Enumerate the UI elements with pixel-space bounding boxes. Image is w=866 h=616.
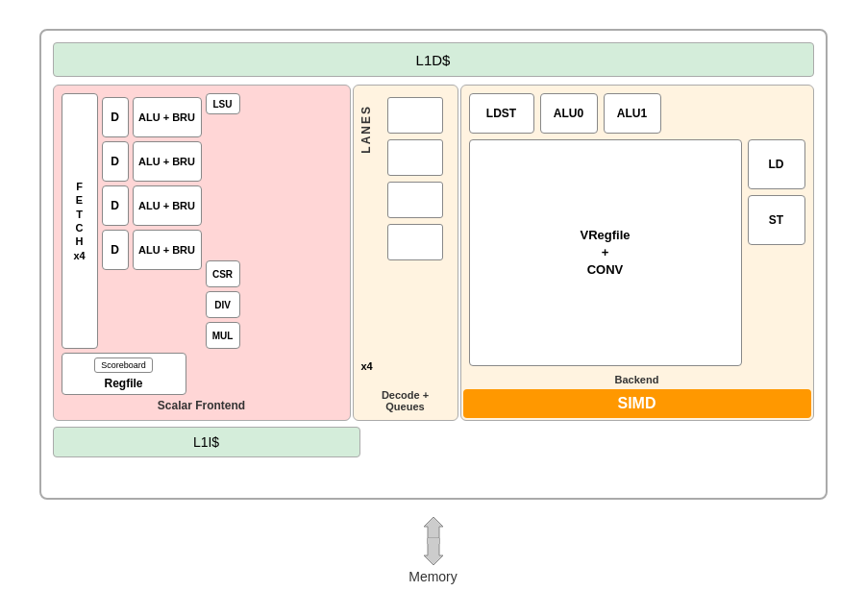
- d-box-2: D: [102, 141, 129, 182]
- ld-box: LD: [748, 139, 805, 189]
- bottom-scalar: Scoreboard Regfile: [62, 353, 342, 395]
- fetch-decode-area: F E T C H x4 D D D D ALU + BRU ALU + BRU…: [62, 93, 342, 349]
- regfile-scoreboard: Scoreboard Regfile: [62, 353, 186, 395]
- lsu-box: LSU: [206, 93, 240, 114]
- middle-row: F E T C H x4 D D D D ALU + BRU ALU + BRU…: [53, 85, 814, 421]
- memory-section: Memory: [408, 517, 458, 584]
- alu-bru-3: ALU + BRU: [133, 185, 202, 226]
- queue-box-2: [387, 139, 443, 176]
- backend-inner: LDST ALU0 ALU1 VRegfile+CONV LD ST: [461, 86, 813, 374]
- csr-box: CSR: [206, 260, 240, 287]
- alu-bru-2: ALU + BRU: [133, 141, 202, 182]
- scalar-frontend: F E T C H x4 D D D D ALU + BRU ALU + BRU…: [53, 85, 351, 421]
- regfile-label: Regfile: [104, 377, 142, 390]
- l1i-label: L1I$: [193, 434, 219, 450]
- svg-rect-2: [428, 538, 439, 544]
- d-box-3: D: [102, 185, 129, 226]
- l1d-bar: L1D$: [53, 42, 814, 77]
- vregfile-box: VRegfile+CONV: [469, 139, 742, 366]
- alu-column: ALU + BRU ALU + BRU ALU + BRU ALU + BRU: [133, 93, 202, 349]
- backend-section: LDST ALU0 ALU1 VRegfile+CONV LD ST Backe…: [460, 85, 814, 421]
- main-diagram: L1D$ F E T C H x4 D D D D ALU + BRU: [39, 29, 828, 500]
- fetch-label: F E T C H x4: [73, 180, 85, 262]
- ldst-box: LDST: [469, 93, 534, 134]
- d-box-4: D: [102, 230, 129, 270]
- memory-label: Memory: [408, 569, 458, 584]
- backend-mid-row: VRegfile+CONV LD ST: [469, 139, 805, 366]
- d-box-1: D: [102, 97, 129, 137]
- queue-boxes: [387, 97, 443, 260]
- decode-queues-label: Decode +Queues: [354, 389, 458, 412]
- memory-arrow-icon: [414, 517, 453, 565]
- backend-label: Backend: [461, 374, 813, 389]
- l1i-bar: L1I$: [53, 427, 360, 457]
- backend-top-row: LDST ALU0 ALU1: [469, 93, 805, 134]
- queue-box-1: [387, 97, 443, 134]
- simd-label: SIMD: [618, 395, 656, 412]
- alu-bru-4: ALU + BRU: [133, 230, 202, 270]
- scalar-frontend-label: Scalar Frontend: [62, 399, 342, 412]
- lanes-label: LANES: [359, 105, 373, 154]
- simd-bar: SIMD: [463, 389, 811, 418]
- decode-column: D D D D: [102, 93, 129, 349]
- alu1-box: ALU1: [604, 93, 661, 134]
- fetch-box: F E T C H x4: [62, 93, 98, 349]
- scoreboard-inner: Scoreboard: [94, 357, 153, 373]
- lsu-csr-column: LSU CSR DIV MUL: [206, 93, 240, 349]
- lanes-x4-label: x4: [361, 360, 373, 372]
- mul-box: MUL: [206, 322, 240, 349]
- div-box: DIV: [206, 291, 240, 318]
- decode-queues-section: LANES x4 Decode +Queues: [353, 85, 458, 421]
- alu-bru-1: ALU + BRU: [133, 97, 202, 137]
- l1d-label: L1D$: [416, 52, 451, 68]
- queue-box-3: [387, 182, 443, 218]
- ld-st-column: LD ST: [748, 139, 805, 366]
- st-box: ST: [748, 195, 805, 245]
- alu0-box: ALU0: [540, 93, 598, 134]
- queue-box-4: [387, 224, 443, 260]
